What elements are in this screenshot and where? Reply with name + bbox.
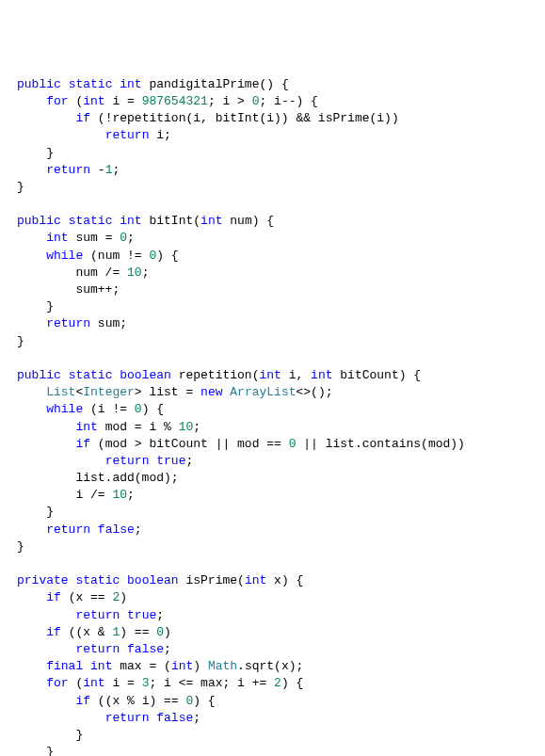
code-line: if (mod > bitCount || mod == 0 || list.c…	[17, 437, 465, 451]
code-line: }	[17, 299, 54, 314]
code-line: List<Integer> list = new ArrayList<>();	[17, 385, 333, 399]
code-line: }	[17, 745, 54, 756]
code-line: public static int bitInt(int num) {	[17, 214, 274, 228]
code-snippet: public static int pandigitalPrime() { fo…	[17, 76, 528, 756]
code-line: public static boolean repetition(int i, …	[17, 368, 421, 382]
code-line: num /= 10;	[17, 265, 149, 280]
code-line: return false;	[17, 642, 171, 656]
code-line: if (!repetition(i, bitInt(i)) && isPrime…	[17, 111, 399, 125]
code-line: if (x == 2)	[17, 590, 127, 604]
code-line: public static int pandigitalPrime() {	[17, 77, 289, 91]
code-line: i /= 10;	[17, 488, 135, 502]
code-line: return true;	[17, 608, 164, 622]
code-line: return false;	[17, 523, 142, 537]
code-line: return false;	[17, 711, 200, 725]
code-line: }	[17, 334, 24, 348]
code-line: while (i != 0) {	[17, 402, 164, 416]
code-line: }	[17, 146, 54, 160]
code-line: private static boolean isPrime(int x) {	[17, 573, 303, 587]
code-line: sum++;	[17, 282, 120, 297]
code-line: return i;	[17, 128, 171, 142]
code-line: return -1;	[17, 163, 120, 177]
code-line: int sum = 0;	[17, 231, 135, 245]
code-line: if ((x % i) == 0) {	[17, 694, 216, 708]
code-line: return true;	[17, 454, 193, 468]
code-line: }	[17, 505, 54, 519]
code-line: while (num != 0) {	[17, 249, 179, 263]
code-line: if ((x & 1) == 0)	[17, 625, 171, 639]
code-line: for (int i = 3; i <= max; i += 2) {	[17, 676, 303, 690]
code-line: for (int i = 987654321; i > 0; i--) {	[17, 94, 318, 108]
code-line: final int max = (int) Math.sqrt(x);	[17, 659, 303, 673]
code-line: return sum;	[17, 316, 127, 330]
code-line: }	[17, 180, 24, 194]
code-line: }	[17, 728, 83, 742]
code-line: int mod = i % 10;	[17, 420, 200, 434]
code-line: }	[17, 539, 24, 554]
code-line: list.add(mod);	[17, 471, 179, 485]
